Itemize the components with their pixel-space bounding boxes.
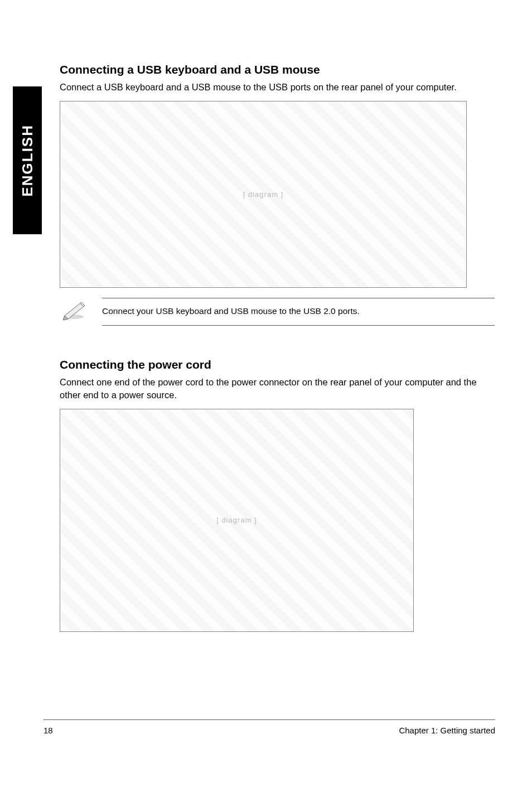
language-tab: ENGLISH: [13, 86, 42, 234]
language-tab-label: ENGLISH: [19, 124, 36, 197]
chapter-label: Chapter 1: Getting started: [399, 726, 495, 735]
note-row: Connect your USB keyboard and USB mouse …: [60, 298, 495, 326]
page-content: Connecting a USB keyboard and a USB mous…: [60, 63, 495, 642]
section1-body: Connect a USB keyboard and a USB mouse t…: [60, 81, 495, 93]
pencil-note-icon: [60, 298, 90, 320]
figure-placeholder-label: [ diagram ]: [60, 102, 466, 287]
note-text: Connect your USB keyboard and USB mouse …: [102, 298, 495, 326]
section1-heading: Connecting a USB keyboard and a USB mous…: [60, 63, 495, 76]
section2-body: Connect one end of the power cord to the…: [60, 376, 495, 401]
figure-power-cord: [ diagram ]: [60, 409, 414, 632]
page-number: 18: [43, 726, 53, 735]
section2-heading: Connecting the power cord: [60, 358, 495, 371]
page-footer: 18 Chapter 1: Getting started: [43, 719, 495, 735]
figure-usb-keyboard-mouse: [ diagram ]: [60, 101, 467, 288]
figure-placeholder-label: [ diagram ]: [60, 409, 413, 631]
